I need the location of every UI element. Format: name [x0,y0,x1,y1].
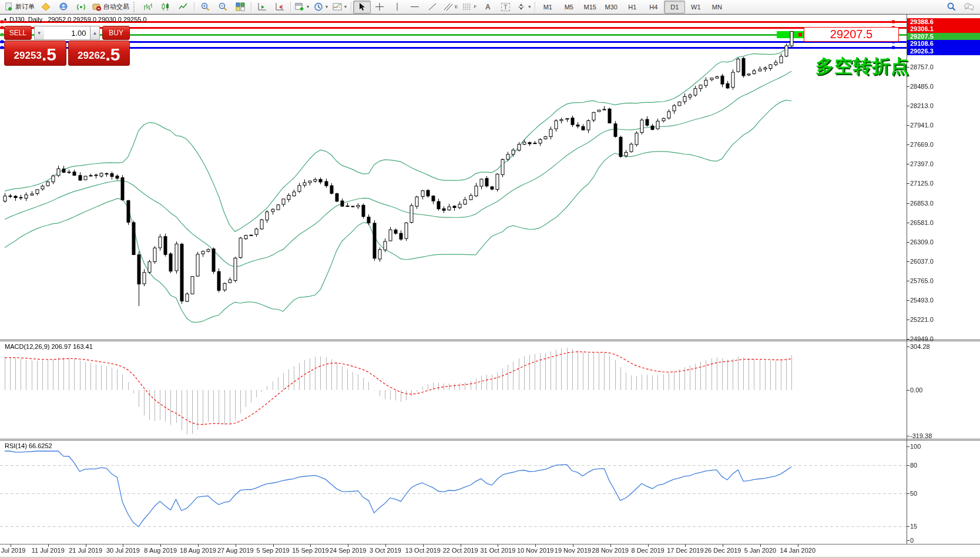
buy-price-display[interactable]: 29262 .5 [68,41,130,66]
chart-shift-button[interactable] [271,1,288,14]
timeframe-button-mn[interactable]: MN [706,1,727,14]
price-scale-tick: 27397.0 [910,160,978,167]
trendline-tool-button[interactable] [424,1,441,14]
date-axis-label: 11 Jul 2019 [32,547,65,554]
candlestick-chart-button[interactable] [157,1,174,14]
horizontal-line-tool-button[interactable] [406,1,424,14]
buy-button[interactable]: BUY [102,26,130,40]
new-chart-button[interactable]: ▾ [293,1,311,14]
dropdown-arrow-icon[interactable]: ▾ [325,4,328,9]
timeframe-button-h4[interactable]: H4 [643,1,664,14]
profile-button[interactable] [55,1,72,14]
rsi-scale-tick: 0 [910,537,978,544]
price-scale-tick: 27941.0 [910,122,978,129]
text-label-tool-button[interactable]: T [496,1,514,14]
volume-decrease-button[interactable]: ▼ [34,26,44,40]
price-scale-tick: 27125.0 [910,180,978,187]
shapes-icon [516,2,526,11]
dropdown-arrow-icon[interactable]: ▾ [344,4,347,9]
sell-price-display[interactable]: 29253 .5 [4,41,66,66]
timeframe-button-m1[interactable]: M1 [537,1,558,14]
fibonacci-tool-button[interactable]: F [460,1,479,14]
sell-price-frac: .5 [42,46,56,63]
dropdown-arrow-icon[interactable]: ▾ [307,4,309,9]
new-chart-icon [295,2,304,11]
dropdown-arrow-icon[interactable]: ▾ [528,4,531,9]
autotrade-button[interactable]: 自动交易 [90,1,132,14]
zoom-in-button[interactable] [196,1,214,14]
sell-button[interactable]: SELL [4,26,32,40]
chart-window-marker-icon[interactable]: ▲ [3,16,8,22]
new-order-icon [5,2,14,11]
search-button[interactable] [942,1,960,14]
text-tool-button[interactable]: A [479,1,496,14]
timeframe-button-w1[interactable]: W1 [685,1,706,14]
signal-button[interactable] [72,1,90,14]
profiles-button[interactable]: ▾ [311,1,330,14]
mt4-application-window: 新订单 自动交易 [0,0,980,558]
timeframe-button-m15[interactable]: M15 [579,1,600,14]
channel-tool-button[interactable]: E [441,1,460,14]
volume-increase-button[interactable]: ▲ [90,26,100,40]
volume-input[interactable] [44,26,90,40]
timeframe-button-d1[interactable]: D1 [664,1,685,14]
chat-icon [964,2,974,12]
date-axis-label: 18 Aug 2019 [180,547,216,554]
signal-icon [76,2,86,11]
new-order-label: 新订单 [15,2,35,11]
toolbar-separator [290,2,291,12]
price-scale-tick: 25221.0 [910,316,978,323]
zoom-out-icon [218,2,227,12]
rsi-scale-tick: 80 [910,462,978,469]
search-icon [947,2,956,12]
date-axis-label: 30 Jul 2019 [106,547,140,554]
vertical-line-icon [394,2,400,11]
chart-line-icon [179,2,188,11]
horizontal-line-icon [410,2,419,11]
level-label-resistance: 29388.6 [907,18,980,26]
price-scale-tick: 26581.0 [910,219,978,226]
sell-price-main: 29253 [14,48,42,63]
tile-windows-button[interactable] [231,1,249,14]
price-chart-canvas[interactable] [0,0,980,558]
buy-price-main: 29262 [78,48,105,63]
channel-sub-glyph: E [455,4,458,9]
crosshair-tool-button[interactable] [371,1,388,14]
date-axis-label: 14 Jan 2020 [780,547,816,554]
chart-title: DJ30, Daily 29052.0 29259.0 29030.0 2925… [9,16,147,23]
fibo-sub-glyph: F [474,4,476,9]
price-scale-tick: 28757.0 [910,63,978,70]
timeframe-button-m30[interactable]: M30 [600,1,622,14]
toolbar-separator [351,2,351,12]
date-axis-label: 8 Aug 2019 [144,547,177,554]
profile-icon [59,2,68,11]
date-axis-label: 8 Dec 2019 [631,547,664,554]
toolbar-grip [133,2,137,12]
chart-candles-icon [161,2,170,11]
level-label-current-price: 29207.5 [907,33,980,41]
indicators-button[interactable]: ▾ [330,1,349,14]
mql-editor-button[interactable] [37,1,55,14]
price-callout-label[interactable]: 29207.5 [804,27,899,42]
level-label-support: 29026.3 [907,48,980,55]
chat-button[interactable] [960,1,978,14]
chart-ohlc-values: 29052.0 29259.0 29030.0 29255.0 [48,16,146,23]
new-order-button[interactable]: 新订单 [2,1,37,14]
auto-scroll-button[interactable] [253,1,271,14]
main-toolbar: 新订单 自动交易 [0,0,980,14]
rsi-scale-tick: 50 [910,490,978,497]
zoom-in-icon [200,2,210,12]
shapes-tool-button[interactable]: ▾ [514,1,533,14]
vertical-line-tool-button[interactable] [388,1,406,14]
bar-chart-button[interactable] [139,1,157,14]
line-chart-button[interactable] [174,1,192,14]
toolbar-separator [535,2,535,12]
timeframe-button-h1[interactable]: H1 [622,1,643,14]
date-axis-label: 17 Dec 2019 [667,547,703,554]
text-label-icon: T [501,3,510,11]
turning-point-annotation[interactable]: 多空转折点 [815,54,909,79]
level-label-support: 29108.6 [907,40,980,48]
cursor-tool-button[interactable] [353,1,371,14]
zoom-out-button[interactable] [214,1,231,14]
timeframe-button-m5[interactable]: M5 [558,1,579,14]
